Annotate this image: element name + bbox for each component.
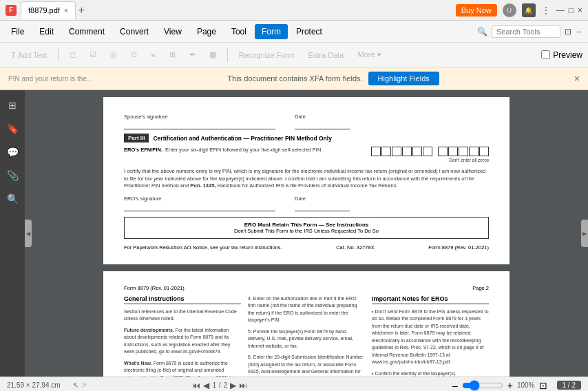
preview-label: Preview bbox=[553, 50, 582, 60]
zoom-area: – + 100% ⊡ bbox=[452, 380, 547, 391]
cursor-icon: ↖ bbox=[73, 381, 78, 389]
part-iii-label: Part III bbox=[124, 134, 149, 142]
paperwork-row: For Paperwork Reduction Act Notice, see … bbox=[124, 244, 489, 251]
tab-bar: f8879.pdf × + bbox=[21, 1, 452, 19]
menu-comment[interactable]: Comment bbox=[62, 24, 112, 39]
efin-row: ERO's EFN/PIN. Enter your six-digit EFIN… bbox=[124, 147, 489, 162]
tab-filename: f8879.pdf bbox=[28, 6, 60, 14]
circle-form-btn[interactable]: ⊙ bbox=[125, 48, 143, 61]
bookmark-icon[interactable]: 🔖 bbox=[3, 119, 22, 138]
ero-sig-line bbox=[124, 202, 275, 211]
efin-box-5 bbox=[412, 147, 422, 156]
ero-sig-row: ERO's signature Date bbox=[124, 196, 489, 211]
pin-box-1 bbox=[438, 147, 448, 156]
paperwork-label: For Paperwork Reduction Act Notice, see … bbox=[124, 244, 282, 251]
window-controls: — □ × bbox=[556, 6, 582, 15]
recognize-form-btn[interactable]: Recognize Form bbox=[233, 49, 300, 61]
title-bar: F f8879.pdf × + Buy Now U 🔔 ⋮ — □ × bbox=[0, 0, 588, 21]
notification-left-text: PIN and your return is the... bbox=[8, 75, 92, 83]
buy-now-btn[interactable]: Buy Now bbox=[456, 4, 497, 17]
tab-close-btn[interactable]: × bbox=[64, 7, 68, 14]
menu-tool[interactable]: Tool bbox=[224, 24, 253, 39]
cat-no: Cat. No. 32778X bbox=[336, 244, 374, 251]
pdf-tab[interactable]: f8879.pdf × bbox=[21, 1, 76, 19]
important-bullet-2: • Confirm the identity of the taxpayer(s… bbox=[372, 370, 489, 377]
pin-box-3 bbox=[459, 147, 468, 156]
pages-icon[interactable]: ⊞ bbox=[3, 96, 22, 115]
date-line bbox=[295, 120, 350, 129]
dont-enter-label: Don't enter all zeros bbox=[449, 158, 489, 162]
add-text-btn[interactable]: T Add Text bbox=[6, 49, 52, 61]
fit-width-btn[interactable]: ⊡ bbox=[539, 380, 547, 391]
menu-dots-btn[interactable]: ⋮ bbox=[541, 5, 551, 16]
notification-text: This document contains XFA form fields. bbox=[227, 74, 362, 83]
page2-num: Page 2 bbox=[472, 285, 489, 291]
nav-next-btn[interactable]: ▶ bbox=[230, 381, 236, 390]
highlight-fields-btn[interactable]: Highlight Fields bbox=[368, 72, 439, 85]
area-select-btn[interactable]: ◻ bbox=[64, 48, 81, 61]
pin-box-5 bbox=[479, 147, 489, 156]
app-icon: F bbox=[6, 5, 17, 16]
left-collapse-btn[interactable]: ◀ bbox=[25, 220, 32, 247]
menu-convert[interactable]: Convert bbox=[113, 24, 156, 39]
right-collapse-btn[interactable]: ▶ bbox=[581, 220, 588, 247]
menu-bar: File Edit Comment Convert View Page Tool… bbox=[0, 21, 588, 43]
notification-close-btn[interactable]: × bbox=[574, 73, 580, 84]
zoom-slider[interactable] bbox=[462, 380, 503, 391]
page2-form-ref: Form 8879 (Rev. 01-2021) bbox=[124, 285, 185, 291]
checkbox-form-btn[interactable]: ☑ bbox=[84, 48, 102, 61]
radio-form-btn[interactable]: ◎ bbox=[105, 48, 123, 61]
menu-file[interactable]: File bbox=[4, 24, 31, 39]
zoom-out-btn[interactable]: – bbox=[452, 380, 458, 391]
maximize-btn[interactable]: □ bbox=[569, 6, 574, 15]
part-iii-row: Part III Certification and Authenticatio… bbox=[124, 134, 489, 142]
menu-form[interactable]: Form bbox=[255, 24, 288, 39]
zoom-in-btn[interactable]: + bbox=[507, 380, 513, 391]
sign-form-btn[interactable]: ✒ bbox=[184, 48, 201, 61]
more-btn[interactable]: More ▾ bbox=[352, 48, 386, 61]
ero-item5: 5. Provide the taxpayer(s) Form 8879 by … bbox=[248, 328, 365, 350]
menu-protect[interactable]: Protect bbox=[289, 24, 329, 39]
gen-whats-new: What's New. Form 8879 is used to authori… bbox=[124, 360, 241, 377]
efin-box-1 bbox=[371, 147, 381, 156]
attachment-icon[interactable]: 📎 bbox=[3, 166, 22, 185]
date-col: Date bbox=[295, 114, 350, 129]
extra-data-btn[interactable]: Extra Data bbox=[302, 49, 349, 61]
page-badge: 1 / 2 bbox=[557, 381, 581, 390]
add-tab-btn[interactable]: + bbox=[78, 4, 85, 17]
nav-prev-btn[interactable]: ◀ bbox=[203, 381, 209, 390]
col-general-instructions: General Instructions Section references … bbox=[124, 295, 241, 377]
retain-sub: Don't Submit This Form to the IRS Unless… bbox=[129, 228, 484, 234]
gen-section-ref: Section references are to the Internal R… bbox=[124, 308, 241, 323]
menu-page[interactable]: Page bbox=[190, 24, 223, 39]
spouse-sig-label: Spouse's signature bbox=[124, 114, 275, 129]
menu-view[interactable]: View bbox=[157, 24, 189, 39]
notifications-btn[interactable]: 🔔 bbox=[522, 3, 536, 17]
ero-date-col: Date bbox=[295, 196, 350, 211]
barcode-form-btn[interactable]: ▦ bbox=[204, 48, 222, 61]
nav-first-btn[interactable]: ⏮ bbox=[192, 381, 200, 390]
list-form-btn[interactable]: ≡ bbox=[145, 49, 160, 61]
dropdown-form-btn[interactable]: ⊞ bbox=[164, 48, 181, 61]
expand-icon: ⊡ bbox=[565, 27, 571, 36]
important-bullet-1: • Don't send Form 8879 to the IRS unless… bbox=[372, 308, 489, 366]
minimize-btn[interactable]: — bbox=[556, 6, 565, 15]
preview-checkbox[interactable] bbox=[541, 50, 550, 59]
search-sidebar-icon[interactable]: 🔍 bbox=[3, 189, 22, 209]
page-nav: ⏮ ◀ 1 / 2 ▶ ⏭ bbox=[192, 381, 247, 390]
retain-box: ERO Must Retain This Form — See Instruct… bbox=[124, 217, 489, 239]
left-sidebar: ⊞ 🔖 💬 📎 🔍 bbox=[0, 90, 25, 377]
menu-edit[interactable]: Edit bbox=[32, 24, 61, 39]
pin-box-2 bbox=[448, 147, 458, 156]
notification-center: This document contains XFA form fields. … bbox=[227, 72, 439, 85]
comment-sidebar-icon[interactable]: 💬 bbox=[3, 142, 22, 162]
nav-last-btn[interactable]: ⏭ bbox=[239, 381, 247, 390]
ero-item6: 6. Enter the 20-digit Submission Identif… bbox=[248, 354, 365, 377]
retain-title: ERO Must Retain This Form — See Instruct… bbox=[129, 222, 484, 228]
close-btn[interactable]: × bbox=[578, 6, 582, 15]
efin-label: ERO's EFN/PIN. bbox=[124, 147, 162, 153]
user-avatar: U bbox=[503, 3, 516, 17]
efin-box-4 bbox=[402, 147, 412, 156]
gen-instructions-title: General Instructions bbox=[124, 295, 241, 304]
search-tools-input[interactable] bbox=[492, 25, 560, 38]
